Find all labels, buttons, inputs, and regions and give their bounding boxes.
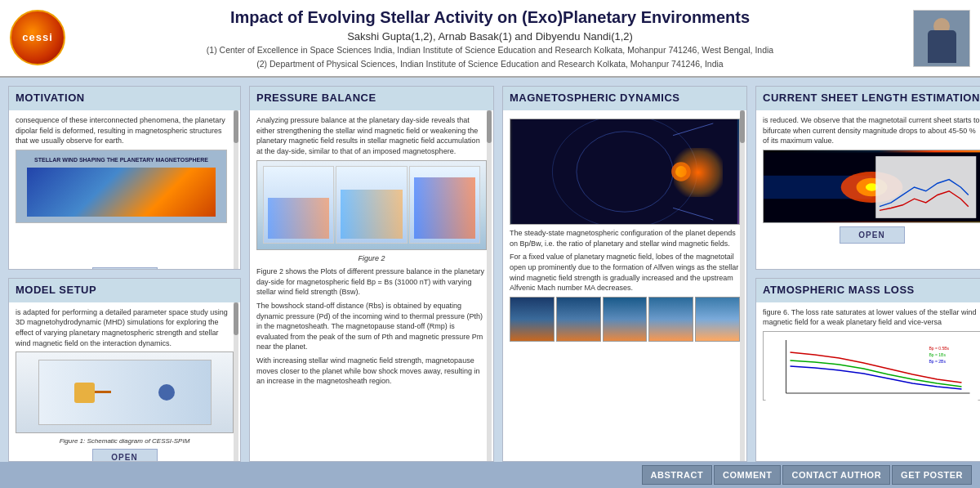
magnetospheric-panel: MAGNETOSPHERIC DYNAMICS <box>502 86 747 461</box>
model-diagram <box>38 360 212 425</box>
model-setup-header: MODEL SETUP <box>9 279 240 302</box>
chart-2-fill <box>341 190 402 239</box>
motivation-image-graphic <box>27 168 216 217</box>
atm-svg: Bp = 0.5Bs Bp = 1Bs Bp = 2Bs <box>764 332 980 401</box>
current-sheet-text: is reduced. We observe that the magnetot… <box>763 115 980 146</box>
scroll-indicator[interactable] <box>234 110 238 269</box>
contact-author-button[interactable]: CONTACT AUTHOR <box>782 465 890 485</box>
paper-authors: Sakshi Gupta(1,2), Arnab Basak(1) and Di… <box>75 30 905 43</box>
model-setup-open-button[interactable]: OPEN <box>92 449 158 460</box>
scroll-indicator-4[interactable] <box>740 110 745 460</box>
model-setup-body: is adapted for performing a detailed par… <box>9 302 240 461</box>
chart-3 <box>409 166 480 244</box>
scroll-thumb <box>234 110 238 143</box>
model-fig-caption: Figure 1: Schematic diagram of CESSI-SPI… <box>16 437 234 445</box>
current-sheet-panel: CURRENT SHEET LENGTH ESTIMATION is reduc… <box>755 86 980 270</box>
chart-1-fill <box>268 198 329 239</box>
atm-mass-loss-image: Bp = 0.5Bs Bp = 1Bs Bp = 2Bs <box>763 331 980 401</box>
current-sheet-image <box>763 150 980 223</box>
pressure-figure <box>256 160 487 250</box>
svg-text:Bp = 1Bs: Bp = 1Bs <box>929 352 947 357</box>
author-photo <box>913 10 970 67</box>
strip-img-2 <box>556 297 601 342</box>
model-setup-image <box>16 351 234 433</box>
chart-1 <box>263 166 334 244</box>
logo-circle: cessi <box>10 10 65 65</box>
header-center: Impact of Evolving Stellar Activity on (… <box>67 7 913 69</box>
strip-images <box>510 297 740 342</box>
motivation-header: MOTIVATION <box>9 87 240 110</box>
atm-mass-loss-body: figure 6. The loss rate saturates at low… <box>756 302 980 461</box>
person-body <box>928 30 956 63</box>
magnetospheric-text-2: For a fixed value of planetary magnetic … <box>510 252 740 293</box>
svg-text:Bp = 2Bs: Bp = 2Bs <box>929 359 947 364</box>
model-setup-text: is adapted for performing a detailed par… <box>16 307 234 348</box>
affiliation-1: (1) Center of Excellence in Space Scienc… <box>75 44 905 56</box>
pressure-text-3: The bowshock stand-off distance (Rbs) is… <box>256 301 487 352</box>
scroll-thumb-4 <box>740 110 745 143</box>
motivation-open-button[interactable]: OPEN <box>92 267 158 269</box>
svg-point-6 <box>675 166 687 177</box>
affiliation-2: (2) Department of Physical Sciences, Ind… <box>75 58 905 70</box>
scroll-indicator-2[interactable] <box>234 302 238 461</box>
pressure-fig-caption: Figure 2 <box>256 253 487 264</box>
mag-field-svg <box>510 119 739 224</box>
header: cessi Impact of Evolving Stellar Activit… <box>0 0 980 78</box>
pressure-balance-header: PRESSURE BALANCE <box>250 87 493 110</box>
svg-point-5 <box>671 162 691 181</box>
abstract-button[interactable]: ABSTRACT <box>642 465 713 485</box>
pressure-charts <box>263 166 480 244</box>
atm-mass-loss-text: figure 6. The loss rate saturates at low… <box>763 307 980 328</box>
motivation-scroll: consequence of these interconnected phen… <box>16 115 234 264</box>
magnetospheric-text-1: The steady-state magnetospheric configur… <box>510 228 740 248</box>
magnetospheric-image <box>510 119 740 225</box>
stellar-wind-box <box>74 383 95 403</box>
atm-mass-loss-header: ATMOSPHERIC MASS LOSS <box>756 279 980 302</box>
pressure-text-4: With increasing stellar wind magnetic fi… <box>256 356 487 387</box>
scroll-thumb-2 <box>234 302 238 335</box>
motivation-image-label: STELLAR WIND SHAPING THE PLANETARY MAGNE… <box>33 154 210 166</box>
person-silhouette <box>928 18 956 63</box>
strip-img-1 <box>510 297 555 342</box>
pressure-balance-panel: PRESSURE BALANCE Analyzing pressure bala… <box>249 86 494 461</box>
main-content: MOTIVATION consequence of these intercon… <box>0 78 980 464</box>
comment-button[interactable]: COMMENT <box>714 465 781 485</box>
current-sheet-open-button[interactable]: OPEN <box>840 226 905 244</box>
logo-text: cessi <box>22 31 53 43</box>
scroll-thumb-3 <box>487 110 492 143</box>
motivation-body: consequence of these interconnected phen… <box>9 110 240 269</box>
left-column: MOTIVATION consequence of these intercon… <box>8 86 241 461</box>
motivation-panel: MOTIVATION consequence of these intercon… <box>8 86 241 270</box>
get-poster-button[interactable]: GET POSTER <box>892 465 972 485</box>
cessi-logo: cessi <box>10 10 67 67</box>
current-svg <box>764 150 980 224</box>
magnetospheric-body: The steady-state magnetospheric configur… <box>503 110 746 460</box>
svg-rect-0 <box>512 119 737 224</box>
paper-title: Impact of Evolving Stellar Activity on (… <box>75 7 905 28</box>
pressure-text-1: Analyzing pressure balance at the planet… <box>256 115 487 156</box>
footer-bar: ABSTRACT COMMENT CONTACT AUTHOR GET POST… <box>0 462 980 488</box>
strip-img-4 <box>648 297 693 342</box>
planet-circle <box>158 384 175 401</box>
right-column: CURRENT SHEET LENGTH ESTIMATION is reduc… <box>755 86 980 461</box>
current-sheet-header: CURRENT SHEET LENGTH ESTIMATION <box>756 87 980 110</box>
motivation-text: consequence of these interconnected phen… <box>16 115 227 146</box>
pressure-balance-body: Analyzing pressure balance at the planet… <box>250 110 493 460</box>
atm-mass-loss-panel: ATMOSPHERIC MASS LOSS figure 6. The loss… <box>755 278 980 462</box>
chart-3-fill <box>414 177 475 239</box>
strip-img-5 <box>695 297 740 342</box>
magnetospheric-header: MAGNETOSPHERIC DYNAMICS <box>503 87 746 110</box>
arrow-shaft <box>95 391 111 393</box>
strip-img-3 <box>603 297 648 342</box>
scroll-indicator-3[interactable] <box>487 110 492 460</box>
chart-2 <box>336 166 407 244</box>
svg-text:Bp = 0.5Bs: Bp = 0.5Bs <box>929 346 950 351</box>
model-setup-panel: MODEL SETUP is adapted for performing a … <box>8 278 241 462</box>
motivation-image: STELLAR WIND SHAPING THE PLANETARY MAGNE… <box>16 150 227 223</box>
current-sheet-body: is reduced. We observe that the magnetot… <box>756 110 980 269</box>
pressure-text-2: Figure 2 shows the Plots of different pr… <box>256 266 487 298</box>
